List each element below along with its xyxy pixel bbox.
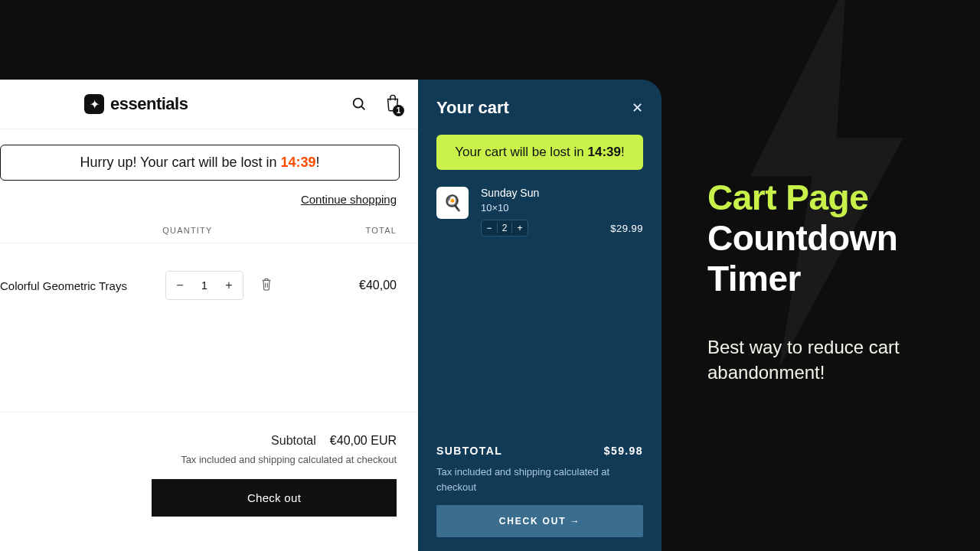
drawer-item-price: $29.99 [610,223,643,234]
search-icon[interactable] [351,96,368,112]
checkout-button[interactable]: Check out [152,479,397,517]
drawer-countdown-banner: Your cart will be lost in 14:39! [436,135,643,170]
remove-item-button[interactable] [260,277,273,294]
drawer-banner-timer: 14:39 [588,145,621,159]
table-row: Colorful Geometric Trays − 1 + €40,00 [0,243,418,328]
cart-icon[interactable]: 1 [384,93,401,115]
drawer-title: Your cart [436,98,509,118]
drawer-qty-decrease-button[interactable]: − [482,223,497,233]
logo-mark-icon: ✦ [84,94,104,114]
banner-suffix: ! [316,155,320,170]
marketing-subtitle: Best way to reduce cart abandonment! [707,334,937,386]
drawer-item-name[interactable]: Sunday Sun [481,187,643,199]
banner-prefix: Hurry up! Your cart will be lost in [80,155,280,170]
qty-decrease-button[interactable]: − [166,279,194,292]
drawer-quantity-stepper: − 2 + [481,220,528,236]
item-thumbnail[interactable]: 🍳 [436,187,469,219]
cart-badge: 1 [393,105,404,116]
countdown-banner: Hurry up! Your cart will be lost in 14:3… [0,145,400,181]
qty-value: 1 [194,279,215,292]
marketing-copy: Cart Page Countdown Timer Best way to re… [707,178,937,386]
subtotal-row: Subtotal €40,00 EUR [0,412,418,454]
drawer-qty-increase-button[interactable]: + [512,223,528,233]
drawer-tax-note: Tax included and shipping calculated at … [436,465,643,494]
item-total: €40,00 [359,279,397,292]
tax-note: Tax included and shipping calculated at … [0,454,418,479]
drawer-subtotal-row: SUBTOTAL $59.98 [436,445,643,457]
col-quantity: QUANTITY [162,226,212,235]
cart-page: ✦ essentials 1 Hurry up! Your cart will … [0,80,418,551]
quantity-stepper: − 1 + [165,271,243,300]
drawer-banner-suffix: ! [621,145,625,159]
drawer-item-variant: 10×10 [481,202,643,214]
drawer-item: 🍳 Sunday Sun 10×10 − 2 + $29.99 [436,187,643,236]
drawer-checkout-button[interactable]: CHECK OUT → [436,505,643,537]
table-header: QUANTITY TOTAL [0,220,418,243]
qty-increase-button[interactable]: + [215,279,243,292]
drawer-banner-prefix: Your cart will be lost in [455,145,587,159]
close-icon[interactable]: ✕ [632,99,643,116]
site-header: ✦ essentials 1 [0,80,418,129]
subtotal-label: Subtotal [271,434,316,448]
svg-point-0 [354,99,363,108]
marketing-title: Cart Page Countdown Timer [707,178,937,299]
drawer-qty-value: 2 [497,223,512,233]
drawer-subtotal-label: SUBTOTAL [436,445,502,457]
title-accent: Cart Page [707,178,868,217]
col-total: TOTAL [366,226,397,235]
subtotal-value: €40,00 EUR [330,434,397,448]
title-rest: Countdown Timer [707,218,897,298]
continue-shopping-link[interactable]: Continue shopping [301,193,397,206]
demo-stage: ✦ essentials 1 Hurry up! Your cart will … [0,80,662,551]
cart-drawer: Your cart ✕ Your cart will be lost in 14… [418,80,662,551]
svg-line-1 [361,106,364,109]
item-name[interactable]: Colorful Geometric Trays [0,279,138,292]
brand-name: essentials [110,94,188,114]
drawer-subtotal-value: $59.98 [604,445,643,457]
brand-logo[interactable]: ✦ essentials [84,94,188,114]
banner-timer: 14:39 [281,155,316,170]
